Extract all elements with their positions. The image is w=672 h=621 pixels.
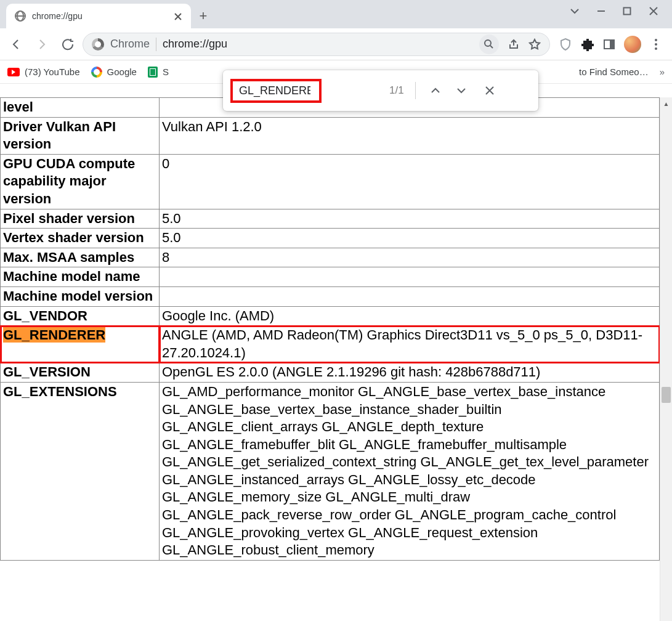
table-row: Max. MSAA samples 8 (1, 248, 660, 267)
table-key: GL_EXTENSIONS (1, 382, 160, 560)
scroll-up-icon[interactable]: ▲ (660, 97, 672, 110)
chevron-down-icon[interactable] (570, 6, 580, 16)
chrome-icon (92, 38, 104, 51)
table-row: Machine model name (1, 267, 660, 287)
bookmark-label: to Find Someo… (579, 67, 649, 77)
table-key: level (1, 98, 160, 118)
omnibox[interactable]: Chrome chrome://gpu (83, 33, 550, 56)
search-page-icon[interactable] (479, 34, 499, 54)
table-value: Vulkan API 1.2.0 (160, 117, 660, 154)
bookmark-label: Google (107, 67, 137, 77)
toolbar: Chrome chrome://gpu (0, 28, 672, 60)
share-icon[interactable] (508, 38, 520, 51)
table-value (160, 286, 660, 306)
bookmark-youtube[interactable]: (73) YouTube (7, 67, 80, 77)
scroll-thumb[interactable] (662, 387, 671, 403)
table-value: 5.0 (160, 209, 660, 229)
find-close-button[interactable] (481, 85, 498, 96)
page-content: level Driver Vulkan API version Vulkan A… (0, 97, 660, 621)
minimize-icon[interactable] (597, 7, 605, 15)
table-value (160, 267, 660, 287)
maximize-icon[interactable] (623, 7, 631, 15)
table-value: Google Inc. (AMD) (160, 306, 660, 326)
window-controls (570, 0, 672, 16)
table-key: Max. MSAA samples (1, 248, 160, 267)
forward-button[interactable] (31, 33, 53, 55)
find-prev-button[interactable] (427, 85, 444, 96)
menu-button[interactable] (650, 39, 662, 50)
shield-icon[interactable] (559, 38, 572, 51)
table-key: Machine model name (1, 267, 160, 287)
table-row: GPU CUDA compute capability major versio… (1, 154, 660, 209)
table-key: Pixel shader version (1, 209, 160, 229)
find-input[interactable] (238, 84, 312, 98)
reload-button[interactable] (57, 33, 79, 55)
bookmark-label: (73) YouTube (25, 67, 80, 77)
bookmark-google[interactable]: Google (91, 67, 137, 78)
find-in-page: 1/1 (223, 70, 538, 111)
find-match-highlight: GL_RENDERER (3, 327, 105, 343)
table-row: GL_VERSION OpenGL ES 2.0.0 (ANGLE 2.1.19… (1, 363, 660, 383)
table-value: OpenGL ES 2.0.0 (ANGLE 2.1.19296 git has… (160, 363, 660, 383)
table-key: GL_VERSION (1, 363, 160, 383)
table-row: Driver Vulkan API version Vulkan API 1.2… (1, 117, 660, 154)
bookmark-truncated[interactable]: to Find Someo… (579, 67, 649, 77)
tab-active[interactable]: chrome://gpu (6, 4, 191, 28)
back-button[interactable] (5, 33, 27, 55)
globe-icon (15, 10, 26, 22)
table-row: Pixel shader version 5.0 (1, 209, 660, 229)
google-icon (91, 67, 102, 78)
close-window-icon[interactable] (649, 6, 658, 16)
profile-avatar[interactable] (624, 36, 641, 53)
bookmark-label: S (163, 67, 169, 77)
svg-rect-0 (624, 8, 631, 15)
bookmarks-overflow-icon[interactable]: » (660, 67, 665, 77)
table-row: GL_VENDOR Google Inc. (AMD) (1, 306, 660, 326)
sheets-icon (148, 67, 158, 78)
extensions-icon[interactable] (581, 38, 594, 51)
svg-point-1 (485, 40, 491, 46)
sidepanel-icon[interactable] (603, 38, 615, 51)
table-key: GL_RENDERER (1, 326, 160, 363)
table-row-highlighted: GL_RENDERER ANGLE (AMD, AMD Radeon(TM) G… (1, 326, 660, 363)
new-tab-button[interactable]: + (191, 4, 216, 28)
table-value: 0 (160, 154, 660, 209)
table-key: GL_VENDOR (1, 306, 160, 326)
table-key: Machine model version (1, 286, 160, 306)
table-key: GPU CUDA compute capability major versio… (1, 154, 160, 209)
bookmark-sheets[interactable]: S (148, 67, 169, 78)
tab-title: chrome://gpu (32, 11, 83, 21)
youtube-icon (7, 68, 20, 76)
table-value: 8 (160, 248, 660, 267)
table-key: Vertex shader version (1, 229, 160, 248)
star-icon[interactable] (528, 38, 541, 51)
find-input-highlight (230, 79, 322, 103)
find-separator (415, 82, 416, 99)
table-value: GL_AMD_performance_monitor GL_ANGLE_base… (160, 382, 660, 560)
gpu-info-table: level Driver Vulkan API version Vulkan A… (0, 97, 660, 561)
find-result-count: 1/1 (389, 84, 404, 97)
omnibox-url: chrome://gpu (163, 38, 227, 51)
vertical-scrollbar[interactable]: ▲ (660, 97, 672, 621)
table-row: Vertex shader version 5.0 (1, 229, 660, 248)
omnibox-separator (156, 38, 156, 51)
table-value: 5.0 (160, 229, 660, 248)
tab-close-icon[interactable] (174, 12, 182, 20)
table-row: Machine model version (1, 286, 660, 306)
table-key: Driver Vulkan API version (1, 117, 160, 154)
svg-rect-4 (610, 40, 614, 49)
extension-icons (554, 36, 667, 53)
table-row: GL_EXTENSIONS GL_AMD_performance_monitor… (1, 382, 660, 560)
table-value: ANGLE (AMD, AMD Radeon(TM) Graphics Dire… (160, 326, 660, 363)
find-next-button[interactable] (453, 85, 470, 96)
omnibox-prefix: Chrome (110, 38, 150, 51)
